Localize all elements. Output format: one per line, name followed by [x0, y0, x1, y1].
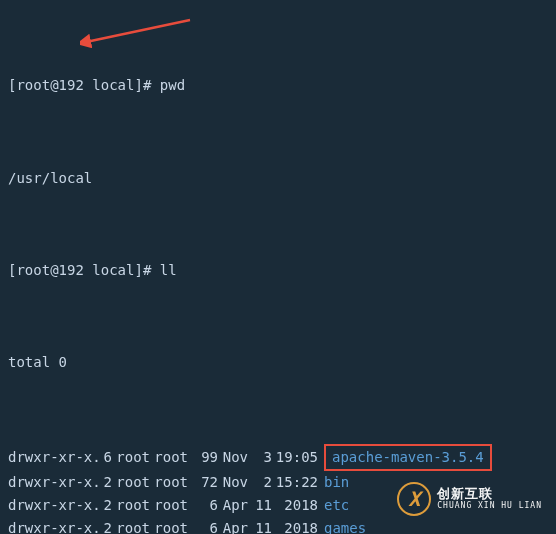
month: Apr — [218, 494, 248, 517]
links: 2 — [98, 471, 112, 494]
prompt-line-ll: [root@192 local]# ll — [8, 259, 548, 282]
perm: drwxr-xr-x. — [8, 494, 98, 517]
month: Apr — [218, 517, 248, 534]
group: root — [150, 446, 188, 469]
group: root — [150, 494, 188, 517]
terminal-window[interactable]: [root@192 local]# pwd /usr/local [root@1… — [8, 5, 548, 534]
watermark-logo-icon: X — [397, 482, 431, 516]
links: 6 — [98, 446, 112, 469]
table-row: drwxr-xr-x.2rootroot6Apr112018games — [8, 517, 548, 534]
links: 2 — [98, 517, 112, 534]
perm: drwxr-xr-x. — [8, 471, 98, 494]
dir-name: etc — [324, 497, 349, 513]
cmd-pwd: pwd — [160, 77, 185, 93]
links: 2 — [98, 494, 112, 517]
prompt-cwd: local — [92, 77, 134, 93]
size: 99 — [188, 446, 218, 469]
day: 11 — [248, 517, 272, 534]
dir-name: bin — [324, 474, 349, 490]
day: 3 — [248, 446, 272, 469]
size: 6 — [188, 494, 218, 517]
dir-name: apache-maven-3.5.4 — [332, 449, 484, 465]
watermark-en-text: CHUANG XIN HU LIAN — [437, 502, 542, 511]
time: 2018 — [272, 494, 318, 517]
prompt-line-pwd: [root@192 local]# pwd — [8, 74, 548, 97]
month: Nov — [218, 446, 248, 469]
owner: root — [112, 494, 150, 517]
highlighted-entry: apache-maven-3.5.4 — [324, 444, 492, 471]
day: 2 — [248, 471, 272, 494]
owner: root — [112, 446, 150, 469]
size: 72 — [188, 471, 218, 494]
time: 15:22 — [272, 471, 318, 494]
owner: root — [112, 517, 150, 534]
dir-name: games — [324, 520, 366, 534]
table-row: drwxr-xr-x.6rootroot99Nov319:05apache-ma… — [8, 444, 548, 471]
perm: drwxr-xr-x. — [8, 517, 98, 534]
month: Nov — [218, 471, 248, 494]
size: 6 — [188, 517, 218, 534]
watermark-cn-text: 创新互联 — [437, 487, 542, 501]
perm: drwxr-xr-x. — [8, 446, 98, 469]
time: 19:05 — [272, 446, 318, 469]
owner: root — [112, 471, 150, 494]
total-line: total 0 — [8, 351, 548, 374]
prompt-symbol: # — [143, 77, 151, 93]
group: root — [150, 471, 188, 494]
time: 2018 — [272, 517, 318, 534]
cmd-ll: ll — [160, 262, 177, 278]
prompt-host: 192 — [59, 77, 84, 93]
watermark: X 创新互联 CHUANG XIN HU LIAN — [397, 482, 542, 516]
prompt-user: root — [16, 77, 50, 93]
day: 11 — [248, 494, 272, 517]
pwd-output: /usr/local — [8, 167, 548, 190]
group: root — [150, 517, 188, 534]
